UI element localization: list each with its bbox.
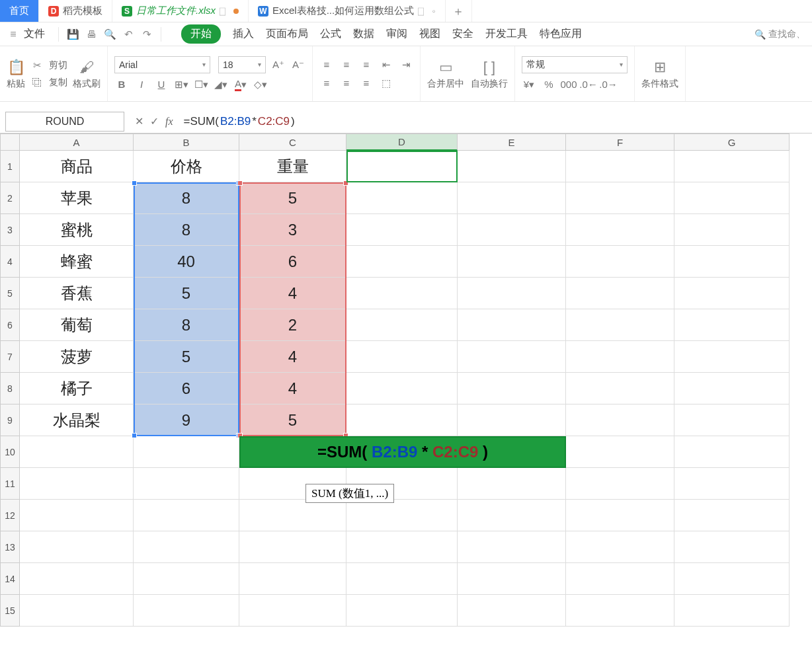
- cell-G8[interactable]: [674, 373, 790, 404]
- col-header-D[interactable]: D: [346, 134, 458, 151]
- hamburger-icon[interactable]: ≡: [7, 28, 20, 41]
- cell-E14[interactable]: [458, 563, 566, 595]
- cancel-formula-icon[interactable]: ✕: [135, 115, 143, 128]
- cell-C13[interactable]: [239, 531, 346, 563]
- new-tab-button[interactable]: ＋: [446, 0, 472, 22]
- cell-G4[interactable]: [674, 246, 790, 278]
- row-header-12[interactable]: 12: [0, 500, 20, 531]
- font-family-select[interactable]: Arial▾: [114, 56, 210, 73]
- menu-pagelayout[interactable]: 页面布局: [266, 27, 308, 41]
- row-header-10[interactable]: 10: [0, 436, 20, 468]
- cell-G11[interactable]: [674, 468, 790, 500]
- cell-G6[interactable]: [674, 309, 790, 341]
- font-size-select[interactable]: 18▾: [218, 56, 266, 73]
- row-header-7[interactable]: 7: [0, 341, 20, 373]
- preview-icon[interactable]: 🔍: [102, 27, 117, 42]
- cell-D8[interactable]: [346, 373, 458, 404]
- cell-D1[interactable]: [346, 151, 458, 182]
- cell-E13[interactable]: [458, 531, 566, 563]
- cell-F11[interactable]: [566, 468, 674, 500]
- comma-icon[interactable]: 000: [561, 77, 576, 92]
- paste-button[interactable]: 📋 粘贴: [7, 58, 25, 90]
- cell-C12[interactable]: [239, 500, 346, 531]
- dec-inc-icon[interactable]: .0←: [581, 77, 596, 92]
- cell-C9[interactable]: 5: [239, 404, 346, 436]
- row-header-14[interactable]: 14: [0, 563, 20, 595]
- menu-formula[interactable]: 公式: [320, 27, 341, 41]
- menu-insert[interactable]: 插入: [233, 27, 254, 41]
- cell-E3[interactable]: [458, 214, 566, 246]
- select-all-corner[interactable]: [0, 134, 20, 151]
- menu-security[interactable]: 安全: [452, 27, 473, 41]
- row-header-8[interactable]: 8: [0, 373, 20, 404]
- col-header-F[interactable]: F: [566, 134, 674, 151]
- cell-C4[interactable]: 6: [239, 246, 346, 278]
- menu-special[interactable]: 特色应用: [540, 27, 582, 41]
- tab-workfile[interactable]: S 日常工作文件.xlsx ⎕: [112, 0, 249, 22]
- fx-icon[interactable]: fx: [165, 116, 173, 128]
- italic-button[interactable]: I: [134, 77, 149, 92]
- decrease-font-icon[interactable]: A⁻: [291, 58, 305, 72]
- accept-formula-icon[interactable]: ✓: [150, 115, 159, 128]
- col-header-E[interactable]: E: [458, 134, 566, 151]
- name-box[interactable]: ROUND: [5, 112, 124, 132]
- cell-E8[interactable]: [458, 373, 566, 404]
- cell-E11[interactable]: [458, 468, 566, 500]
- cell-F2[interactable]: [566, 182, 674, 214]
- cell-G1[interactable]: [674, 151, 790, 182]
- cell-B10[interactable]: [134, 436, 239, 468]
- cell-E2[interactable]: [458, 182, 566, 214]
- cell-E4[interactable]: [458, 246, 566, 278]
- cell-C2[interactable]: 5: [239, 182, 346, 214]
- cell-D5[interactable]: [346, 278, 458, 309]
- cell-A10[interactable]: [20, 436, 134, 468]
- format-painter[interactable]: 🖌 格式刷: [73, 58, 101, 90]
- cell-F10[interactable]: [566, 436, 674, 468]
- cell-B5[interactable]: 5: [134, 278, 239, 309]
- cell-C7[interactable]: 4: [239, 341, 346, 373]
- copy-button[interactable]: ⿻复制: [30, 76, 67, 89]
- active-cell-formula[interactable]: =SUM( B2:B9 * C2:C9 ): [239, 436, 566, 468]
- cell-B7[interactable]: 5: [134, 341, 239, 373]
- increase-font-icon[interactable]: A⁺: [271, 58, 286, 72]
- cell-G7[interactable]: [674, 341, 790, 373]
- cell-F14[interactable]: [566, 563, 674, 595]
- cell-C14[interactable]: [239, 563, 346, 595]
- row-header-11[interactable]: 11: [0, 468, 20, 500]
- cell-G12[interactable]: [674, 500, 790, 531]
- cell-F6[interactable]: [566, 309, 674, 341]
- cell-F3[interactable]: [566, 214, 674, 246]
- cell-G14[interactable]: [674, 563, 790, 595]
- cell-F13[interactable]: [566, 531, 674, 563]
- cell-C6[interactable]: 2: [239, 309, 346, 341]
- cell-F12[interactable]: [566, 500, 674, 531]
- cell-B12[interactable]: [134, 500, 239, 531]
- col-header-C[interactable]: C: [239, 134, 346, 151]
- indent-right-icon[interactable]: ⇥: [399, 58, 413, 72]
- cell-D3[interactable]: [346, 214, 458, 246]
- cell-E5[interactable]: [458, 278, 566, 309]
- redo-icon[interactable]: ↷: [140, 27, 154, 42]
- merge-split-icon[interactable]: ⬚: [379, 76, 393, 91]
- cell-D12[interactable]: [346, 500, 458, 531]
- cell-C15[interactable]: [239, 595, 346, 627]
- cell-G3[interactable]: [674, 214, 790, 246]
- tab-excel-tips[interactable]: W Excel表格技...如何运用数组公式 ⎕ ◦: [249, 0, 446, 22]
- currency-icon[interactable]: ¥▾: [522, 77, 536, 92]
- cell-B15[interactable]: [134, 595, 239, 627]
- cell-D9[interactable]: [346, 404, 458, 436]
- cell-E9[interactable]: [458, 404, 566, 436]
- row-header-15[interactable]: 15: [0, 595, 20, 627]
- col-header-G[interactable]: G: [674, 134, 790, 151]
- dec-dec-icon[interactable]: .0→: [601, 77, 616, 92]
- row-header-6[interactable]: 6: [0, 309, 20, 341]
- align-middle-icon[interactable]: ≡: [339, 58, 354, 72]
- row-header-2[interactable]: 2: [0, 182, 20, 214]
- cell-A8[interactable]: 橘子: [20, 373, 134, 404]
- cell-D14[interactable]: [346, 563, 458, 595]
- cell-F15[interactable]: [566, 595, 674, 627]
- cell-B13[interactable]: [134, 531, 239, 563]
- cell-D6[interactable]: [346, 309, 458, 341]
- font-color-button[interactable]: A▾: [233, 77, 248, 92]
- tab-home[interactable]: 首页: [0, 0, 39, 22]
